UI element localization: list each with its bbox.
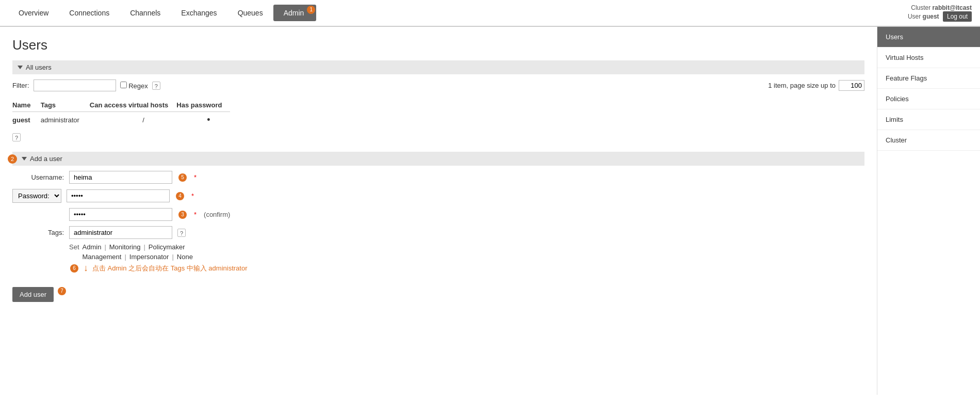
- nav-tab-queues[interactable]: Queues: [227, 5, 273, 21]
- page-title: Users: [12, 37, 864, 53]
- col-tags: Tags: [41, 99, 90, 112]
- tag-links-row2: Set Management | Impersonator | None: [69, 253, 864, 261]
- filter-row: Filter: Regex ? 1 item, page size up to: [12, 79, 864, 91]
- sidebar-item-cluster[interactable]: Cluster: [877, 130, 980, 151]
- user-tags-cell: administrator: [41, 112, 90, 129]
- tags-input[interactable]: [69, 226, 172, 239]
- cluster-name: rabbit@itcast: [933, 4, 972, 11]
- sidebar-item-users[interactable]: Users: [877, 27, 980, 47]
- all-users-label: All users: [26, 63, 52, 71]
- pipe1: |: [104, 243, 106, 251]
- all-users-header[interactable]: All users: [12, 60, 864, 74]
- add-user-section: 2 Add a user Username: 5 * Password: 4 *: [12, 152, 864, 302]
- nav-tab-exchanges[interactable]: Exchanges: [171, 5, 227, 21]
- annotation-text: 点击 Admin 之后会自动在 Tags 中输入 administrator: [92, 264, 248, 273]
- password-confirm-input[interactable]: [69, 208, 172, 221]
- cluster-label: Cluster: [911, 4, 930, 11]
- confirm-required: *: [194, 211, 197, 218]
- sidebar: Users Virtual Hosts Feature Flags Polici…: [877, 27, 980, 395]
- username-input[interactable]: [69, 171, 172, 184]
- page-info-text: 1 item, page size up to: [768, 82, 836, 89]
- username-required: *: [194, 173, 197, 181]
- add-user-collapse-icon: [22, 157, 27, 161]
- tags-row: Tags: ?: [12, 226, 864, 239]
- col-vhosts: Can access virtual hosts: [90, 99, 176, 112]
- page-size-input[interactable]: [839, 80, 864, 91]
- regex-checkbox[interactable]: [120, 82, 127, 88]
- tags-label: Tags:: [12, 229, 64, 236]
- user-label: User: [908, 13, 921, 20]
- username-row: Username: 5 *: [12, 171, 864, 184]
- nav-tab-admin[interactable]: Admin 1: [273, 5, 317, 21]
- sidebar-item-feature-flags[interactable]: Feature Flags: [877, 68, 980, 89]
- add-user-label: Add a user: [30, 155, 62, 163]
- add-user-button[interactable]: Add user: [12, 287, 54, 302]
- table-help-btn[interactable]: ?: [12, 133, 21, 141]
- arrow-badge: 6: [70, 264, 78, 273]
- page-size-row: 1 item, page size up to: [768, 80, 864, 91]
- all-users-section: All users Filter: Regex ? 1 item, page s…: [12, 60, 864, 141]
- confirm-label: (confirm): [204, 211, 230, 218]
- cluster-info: Cluster rabbit@itcast User guest Log out: [908, 4, 972, 22]
- users-table: Name Tags Can access virtual hosts Has p…: [12, 99, 230, 128]
- add-user-btn-row: Add user 7: [12, 280, 864, 302]
- nav-tab-overview[interactable]: Overview: [8, 5, 59, 21]
- password-row: Password: 4 *: [12, 189, 864, 203]
- nav-tab-channels[interactable]: Channels: [120, 5, 171, 21]
- password-type-select[interactable]: Password:: [12, 189, 61, 203]
- tag-policymaker-link[interactable]: Policymaker: [149, 243, 185, 251]
- tag-impersonator-link[interactable]: Impersonator: [129, 253, 169, 261]
- regex-help-btn[interactable]: ?: [152, 82, 160, 90]
- tag-admin-link[interactable]: Admin: [83, 243, 102, 251]
- password-badge: 4: [176, 192, 184, 200]
- set-label: Set: [69, 243, 79, 251]
- step-2-badge: 2: [8, 154, 17, 164]
- table-header-row: Name Tags Can access virtual hosts Has p…: [12, 99, 230, 112]
- password-confirm-row: 3 * (confirm): [12, 208, 864, 221]
- tag-links-row1: Set Admin | Monitoring | Policymaker: [69, 243, 864, 251]
- admin-badge: 1: [307, 6, 315, 14]
- tag-monitoring-link[interactable]: Monitoring: [109, 243, 141, 251]
- add-user-header[interactable]: 2 Add a user: [12, 152, 864, 166]
- main-layout: Users All users Filter: Regex ? 1 item,: [0, 27, 980, 395]
- password-input[interactable]: [67, 189, 170, 202]
- nav-tabs: Overview Connections Channels Exchanges …: [8, 5, 316, 21]
- tag-management-link[interactable]: Management: [83, 253, 122, 261]
- tags-help-btn[interactable]: ?: [177, 229, 186, 237]
- confirm-badge: 3: [178, 211, 187, 219]
- username-label: Username:: [12, 173, 64, 181]
- content-area: Users All users Filter: Regex ? 1 item,: [0, 27, 877, 395]
- regex-label[interactable]: Regex: [120, 82, 148, 90]
- pipe4: |: [172, 253, 173, 261]
- arrow-icon: ↓: [84, 263, 88, 274]
- user-name-cell: guest: [12, 112, 41, 129]
- logout-button[interactable]: Log out: [943, 11, 972, 22]
- user-password-cell: •: [176, 112, 230, 129]
- annotation-row: 6 ↓ 点击 Admin 之后会自动在 Tags 中输入 administrat…: [69, 263, 864, 274]
- table-row[interactable]: guest administrator / •: [12, 112, 230, 129]
- nav-tab-connections[interactable]: Connections: [59, 5, 120, 21]
- filter-section: Filter: Regex ? 1 item, page size up to: [12, 79, 864, 91]
- pipe2: |: [143, 243, 145, 251]
- password-required: *: [191, 192, 194, 200]
- sidebar-item-virtual-hosts[interactable]: Virtual Hosts: [877, 47, 980, 68]
- add-user-badge: 7: [58, 287, 66, 295]
- collapse-icon: [18, 66, 23, 69]
- top-bar: Overview Connections Channels Exchanges …: [0, 0, 980, 27]
- sidebar-item-policies[interactable]: Policies: [877, 89, 980, 109]
- filter-label: Filter:: [12, 82, 29, 89]
- sidebar-item-limits[interactable]: Limits: [877, 109, 980, 130]
- pipe3: |: [124, 253, 126, 261]
- username-badge: 5: [178, 173, 187, 182]
- col-password: Has password: [176, 99, 230, 112]
- col-name: Name: [12, 99, 41, 112]
- current-user: guest: [923, 13, 939, 20]
- tag-none-link[interactable]: None: [177, 253, 193, 261]
- user-vhosts-cell: /: [90, 112, 176, 129]
- filter-input[interactable]: [34, 79, 116, 91]
